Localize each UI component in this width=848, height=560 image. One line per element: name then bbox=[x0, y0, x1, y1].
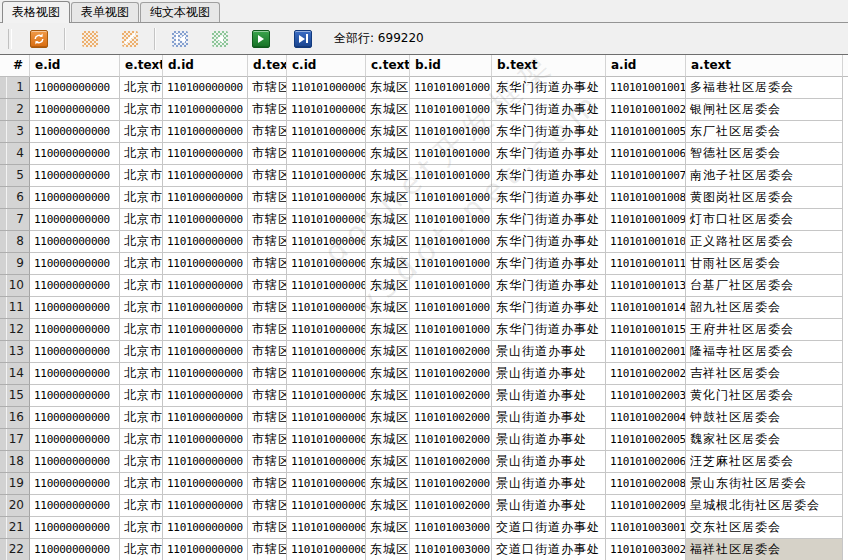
row-number[interactable]: 3 bbox=[0, 121, 30, 143]
table-cell[interactable]: 110101000000 bbox=[287, 143, 366, 165]
table-cell[interactable]: 南池子社区居委会 bbox=[686, 165, 843, 187]
table-cell[interactable]: 110101002006 bbox=[606, 451, 686, 473]
column-header-e.text[interactable]: e.text bbox=[120, 55, 163, 77]
table-cell[interactable]: 110101002000 bbox=[410, 341, 492, 363]
table-cell[interactable]: 东城区 bbox=[366, 517, 410, 539]
column-header-e.id[interactable]: e.id bbox=[30, 55, 120, 77]
table-cell[interactable]: 110101000000 bbox=[287, 363, 366, 385]
table-cell[interactable]: 110000000000 bbox=[30, 297, 120, 319]
table-cell[interactable]: 110101000000 bbox=[287, 517, 366, 539]
table-cell[interactable]: 东城区 bbox=[366, 253, 410, 275]
table-cell[interactable]: 景山街道办事处 bbox=[492, 495, 606, 517]
column-header-d.text[interactable]: d.text bbox=[248, 55, 287, 77]
table-cell[interactable]: 福祥社区居委会 bbox=[686, 539, 843, 560]
table-cell[interactable]: 北京市 bbox=[120, 77, 163, 99]
table-cell[interactable]: 110101000000 bbox=[287, 341, 366, 363]
table-cell[interactable]: 灯市口社区居委会 bbox=[686, 209, 843, 231]
table-cell[interactable]: 110000000000 bbox=[30, 143, 120, 165]
table-cell[interactable]: 110000000000 bbox=[30, 165, 120, 187]
table-cell[interactable]: 110000000000 bbox=[30, 517, 120, 539]
row-number[interactable]: 13 bbox=[0, 341, 30, 363]
refresh-icon[interactable] bbox=[30, 30, 48, 48]
table-cell[interactable]: 东城区 bbox=[366, 385, 410, 407]
table-cell[interactable]: 110101000000 bbox=[287, 165, 366, 187]
table-cell[interactable]: 110101001000 bbox=[410, 253, 492, 275]
table-cell[interactable]: 110101000000 bbox=[287, 319, 366, 341]
table-cell[interactable]: 110000000000 bbox=[30, 473, 120, 495]
table-cell[interactable]: 110100000000 bbox=[163, 143, 248, 165]
table-cell[interactable]: 东城区 bbox=[366, 231, 410, 253]
table-cell[interactable]: 甘雨社区居委会 bbox=[686, 253, 843, 275]
last-record-icon[interactable] bbox=[294, 30, 312, 48]
table-cell[interactable]: 东城区 bbox=[366, 495, 410, 517]
table-cell[interactable]: 交道口街道办事处 bbox=[492, 517, 606, 539]
table-cell[interactable]: 110101001000 bbox=[410, 231, 492, 253]
table-cell[interactable]: 110100000000 bbox=[163, 319, 248, 341]
table-cell[interactable]: 市辖区 bbox=[248, 319, 287, 341]
table-cell[interactable]: 110100000000 bbox=[163, 121, 248, 143]
row-number[interactable]: 1 bbox=[0, 77, 30, 99]
table-cell[interactable]: 110100000000 bbox=[163, 451, 248, 473]
table-cell[interactable]: 北京市 bbox=[120, 187, 163, 209]
table-cell[interactable]: 东城区 bbox=[366, 429, 410, 451]
table-cell[interactable]: 110000000000 bbox=[30, 363, 120, 385]
table-cell[interactable]: 110100000000 bbox=[163, 473, 248, 495]
table-cell[interactable]: 景山街道办事处 bbox=[492, 363, 606, 385]
column-header-c.id[interactable]: c.id bbox=[287, 55, 366, 77]
table-cell[interactable]: 市辖区 bbox=[248, 231, 287, 253]
table-cell[interactable]: 黄图岗社区居委会 bbox=[686, 187, 843, 209]
table-cell[interactable]: 市辖区 bbox=[248, 209, 287, 231]
table-cell[interactable]: 景山街道办事处 bbox=[492, 385, 606, 407]
row-number[interactable]: 7 bbox=[0, 209, 30, 231]
table-cell[interactable]: 110101000000 bbox=[287, 275, 366, 297]
row-number[interactable]: 15 bbox=[0, 385, 30, 407]
table-cell[interactable]: 北京市 bbox=[120, 99, 163, 121]
row-number[interactable]: 10 bbox=[0, 275, 30, 297]
table-cell[interactable]: 110101001011 bbox=[606, 253, 686, 275]
row-number[interactable]: 6 bbox=[0, 187, 30, 209]
table-cell[interactable]: 110100000000 bbox=[163, 407, 248, 429]
table-cell[interactable]: 隆福寺社区居委会 bbox=[686, 341, 843, 363]
table-cell[interactable]: 110101001010 bbox=[606, 231, 686, 253]
tab-form-view[interactable]: 表单视图 bbox=[71, 2, 139, 22]
table-cell[interactable]: 钟鼓社区居委会 bbox=[686, 407, 843, 429]
table-cell[interactable]: 110000000000 bbox=[30, 429, 120, 451]
row-number[interactable]: 19 bbox=[0, 473, 30, 495]
table-cell[interactable]: 黄化门社区居委会 bbox=[686, 385, 843, 407]
table-cell[interactable]: 110101002001 bbox=[606, 341, 686, 363]
table-cell[interactable]: 景山街道办事处 bbox=[492, 451, 606, 473]
table-cell[interactable]: 北京市 bbox=[120, 341, 163, 363]
table-cell[interactable]: 东城区 bbox=[366, 209, 410, 231]
table-cell[interactable]: 东城区 bbox=[366, 121, 410, 143]
next-record-icon[interactable] bbox=[252, 30, 270, 48]
table-cell[interactable]: 北京市 bbox=[120, 231, 163, 253]
table-cell[interactable]: 110101001000 bbox=[410, 121, 492, 143]
table-cell[interactable]: 110101002000 bbox=[410, 473, 492, 495]
table-cell[interactable]: 110000000000 bbox=[30, 319, 120, 341]
table-cell[interactable]: 110100000000 bbox=[163, 429, 248, 451]
table-cell[interactable]: 110000000000 bbox=[30, 407, 120, 429]
table-cell[interactable]: 北京市 bbox=[120, 539, 163, 560]
table-cell[interactable]: 多福巷社区居委会 bbox=[686, 77, 843, 99]
table-cell[interactable]: 110101000000 bbox=[287, 385, 366, 407]
table-cell[interactable]: 东城区 bbox=[366, 297, 410, 319]
table-cell[interactable]: 东城区 bbox=[366, 77, 410, 99]
table-cell[interactable]: 110101000000 bbox=[287, 231, 366, 253]
table-cell[interactable]: 110000000000 bbox=[30, 451, 120, 473]
table-cell[interactable]: 110000000000 bbox=[30, 209, 120, 231]
table-cell[interactable]: 110101002005 bbox=[606, 429, 686, 451]
table-cell[interactable]: 110100000000 bbox=[163, 187, 248, 209]
table-cell[interactable]: 东城区 bbox=[366, 319, 410, 341]
table-cell[interactable]: 110101000000 bbox=[287, 187, 366, 209]
table-cell[interactable]: 110101000000 bbox=[287, 77, 366, 99]
table-cell[interactable]: 110101002002 bbox=[606, 363, 686, 385]
table-cell[interactable]: 北京市 bbox=[120, 473, 163, 495]
table-cell[interactable]: 银闸社区居委会 bbox=[686, 99, 843, 121]
table-cell[interactable]: 东城区 bbox=[366, 407, 410, 429]
table-cell[interactable]: 市辖区 bbox=[248, 517, 287, 539]
table-cell[interactable]: 110101001000 bbox=[410, 187, 492, 209]
table-cell[interactable]: 110101002008 bbox=[606, 473, 686, 495]
table-cell[interactable]: 110100000000 bbox=[163, 539, 248, 560]
table-cell[interactable]: 东城区 bbox=[366, 99, 410, 121]
table-cell[interactable]: 110000000000 bbox=[30, 77, 120, 99]
